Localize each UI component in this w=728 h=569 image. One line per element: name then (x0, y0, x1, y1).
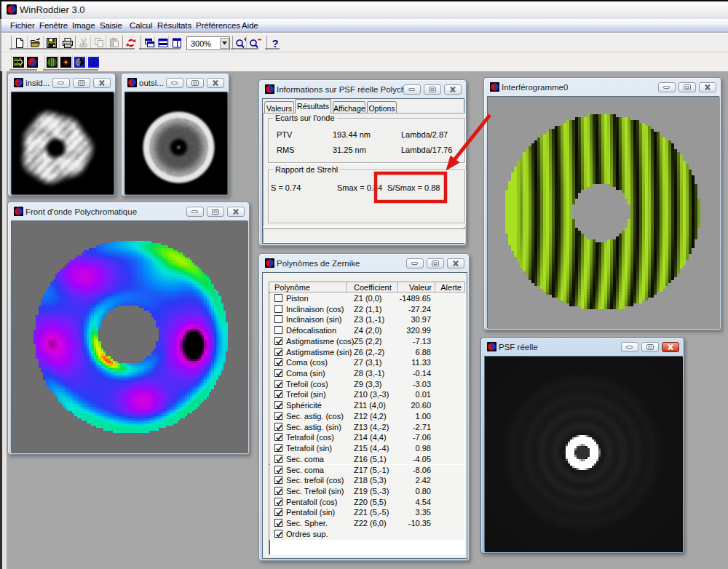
svg-text:?: ? (272, 37, 278, 49)
